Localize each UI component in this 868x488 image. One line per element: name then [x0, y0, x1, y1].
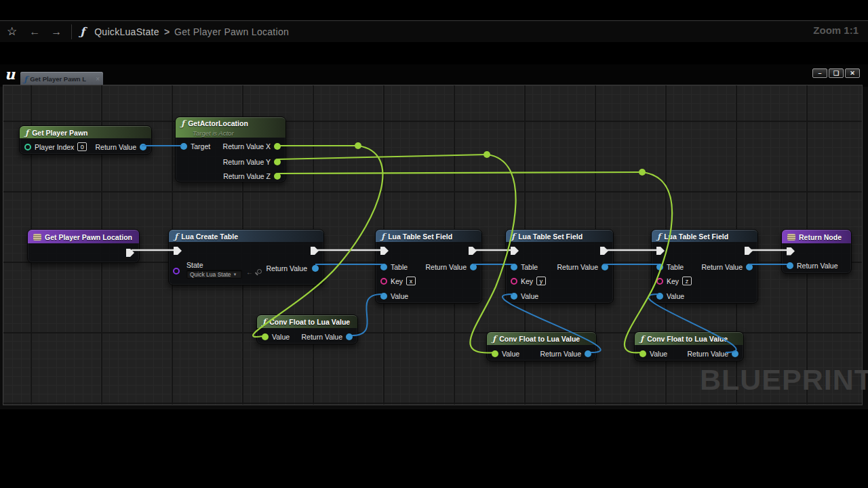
return-value-pin[interactable]: [601, 264, 608, 270]
tab-label: Get Player Pawn L: [30, 75, 86, 83]
pin-label: Value: [272, 333, 290, 341]
return-value-pin[interactable]: [312, 265, 319, 272]
player-index-pin[interactable]: [24, 144, 31, 150]
key-input[interactable]: y: [536, 277, 546, 285]
graph-toolbar: ☆ ← → ƒ QuickLuaState > Get Player Pawn …: [0, 20, 868, 42]
function-icon: ƒ: [80, 25, 85, 38]
exec-out-pin[interactable]: [745, 247, 753, 255]
function-icon: ƒ: [381, 232, 384, 241]
pin-label: Return Value: [266, 264, 307, 272]
close-button[interactable]: ✕: [845, 68, 860, 78]
blueprint-watermark: BLUEPRINT: [700, 363, 868, 396]
return-value-pin[interactable]: [585, 350, 591, 357]
node-return[interactable]: Return Node Return Value: [781, 229, 852, 274]
pin-label: Return Value Z: [223, 172, 271, 180]
state-pin[interactable]: [173, 268, 180, 274]
node-get-actor-location[interactable]: ƒ GetActorLocation Target is Actor Targe…: [175, 117, 286, 182]
exec-out-pin[interactable]: [469, 247, 477, 255]
return-value-pin[interactable]: [787, 262, 793, 269]
pin-label: Key: [521, 277, 533, 285]
exec-out-pin[interactable]: [126, 249, 134, 257]
value-pin[interactable]: [492, 350, 498, 357]
pin-label: Key: [391, 277, 403, 285]
pin-label: Value: [650, 350, 667, 358]
state-dropdown[interactable]: Quick Lua State ▼: [186, 270, 242, 279]
function-icon: ƒ: [640, 334, 644, 344]
return-value-pin[interactable]: [470, 264, 477, 270]
node-title: Lua Create Table: [181, 232, 238, 241]
pin-label: Value: [667, 292, 684, 300]
node-conv-float-z[interactable]: ƒ Conv Float to Lua Value Value Return V…: [634, 331, 744, 361]
exec-in-pin[interactable]: [656, 247, 665, 255]
table-pin[interactable]: [656, 264, 663, 270]
player-index-input[interactable]: 0: [77, 142, 87, 151]
node-title: Get Player Pawn: [32, 129, 87, 137]
pin-label: Table: [391, 263, 408, 271]
pin-label: Return Value: [797, 262, 838, 270]
title-bar: u ƒ Get Player Pawn L × – ❑ ✕: [0, 64, 868, 87]
function-icon: ƒ: [24, 75, 27, 84]
zoom-level-label: Zoom 1:1: [813, 24, 859, 36]
unreal-logo-icon: u: [5, 66, 15, 83]
function-icon: ƒ: [492, 334, 496, 344]
exec-in-pin[interactable]: [511, 247, 519, 255]
value-pin[interactable]: [639, 350, 646, 357]
table-pin[interactable]: [380, 264, 387, 270]
node-lua-table-set-field-y[interactable]: ƒ Lua Table Set Field Table Return Value…: [505, 229, 614, 304]
key-input[interactable]: x: [406, 277, 416, 285]
return-value-pin[interactable]: [732, 350, 738, 357]
document-tab[interactable]: ƒ Get Player Pawn L ×: [20, 72, 103, 86]
exec-out-pin[interactable]: [600, 247, 608, 255]
pin-label: Player Index: [35, 143, 74, 151]
pin-label: Value: [502, 350, 519, 358]
back-arrow-icon[interactable]: ←: [29, 26, 40, 38]
node-subtitle: Target is Actor: [193, 129, 280, 137]
pin-label: Return Value: [95, 143, 136, 151]
node-lua-table-set-field-x[interactable]: ƒ Lua Table Set Field Table Return Value…: [375, 229, 482, 304]
return-value-y-pin[interactable]: [274, 159, 281, 165]
node-lua-create-table[interactable]: ƒ Lua Create Table State Quick Lua State…: [168, 229, 324, 285]
browse-magnifier-icon[interactable]: [257, 269, 262, 274]
node-lua-table-set-field-z[interactable]: ƒ Lua Table Set Field Table Return Value…: [651, 229, 758, 304]
exec-in-pin[interactable]: [787, 247, 795, 256]
node-conv-float-y[interactable]: ƒ Conv Float to Lua Value Value Return V…: [486, 331, 597, 361]
pin-label: State: [186, 261, 203, 269]
chevron-down-icon: ▼: [233, 272, 237, 277]
return-value-pin[interactable]: [140, 144, 146, 150]
value-pin[interactable]: [511, 293, 517, 300]
value-pin[interactable]: [262, 333, 269, 340]
key-pin[interactable]: [511, 278, 517, 285]
return-value-z-pin[interactable]: [274, 173, 281, 180]
return-value-x-pin[interactable]: [274, 143, 281, 150]
node-get-player-pawn[interactable]: ƒ Get Player Pawn Player Index 0 Return …: [19, 125, 152, 155]
return-value-pin[interactable]: [346, 333, 353, 340]
key-pin[interactable]: [656, 278, 663, 285]
value-pin[interactable]: [380, 293, 387, 300]
breadcrumb-root[interactable]: QuickLuaState: [94, 26, 159, 37]
pin-label: Table: [667, 263, 684, 271]
value-pin[interactable]: [656, 293, 663, 300]
minimize-button[interactable]: –: [812, 68, 827, 78]
reset-arrow-icon[interactable]: ←: [246, 268, 253, 276]
exec-out-pin[interactable]: [311, 247, 319, 255]
breadcrumb-separator: >: [164, 26, 170, 37]
node-function-entry[interactable]: Get Player Pawn Location: [27, 229, 140, 263]
key-input[interactable]: z: [682, 277, 692, 285]
node-title: Conv Float to Lua Value: [647, 335, 728, 343]
pin-label: Return Value X: [223, 142, 271, 150]
favorite-star-icon[interactable]: ☆: [7, 24, 17, 39]
key-pin[interactable]: [380, 278, 387, 285]
maximize-button[interactable]: ❑: [829, 68, 844, 78]
return-value-pin[interactable]: [746, 264, 753, 270]
tab-close-icon[interactable]: ×: [96, 75, 100, 83]
forward-arrow-icon[interactable]: →: [51, 26, 62, 38]
function-entry-icon: [33, 234, 41, 241]
table-pin[interactable]: [511, 264, 517, 270]
exec-in-pin[interactable]: [380, 247, 389, 255]
node-conv-float-x[interactable]: ƒ Conv Float to Lua Value Value Return V…: [256, 314, 358, 344]
target-pin[interactable]: [180, 143, 187, 150]
pin-label: Return Value Y: [223, 158, 271, 166]
exec-in-pin[interactable]: [174, 247, 182, 255]
node-title: Lua Table Set Field: [664, 232, 728, 241]
pin-label: Target: [191, 142, 210, 150]
